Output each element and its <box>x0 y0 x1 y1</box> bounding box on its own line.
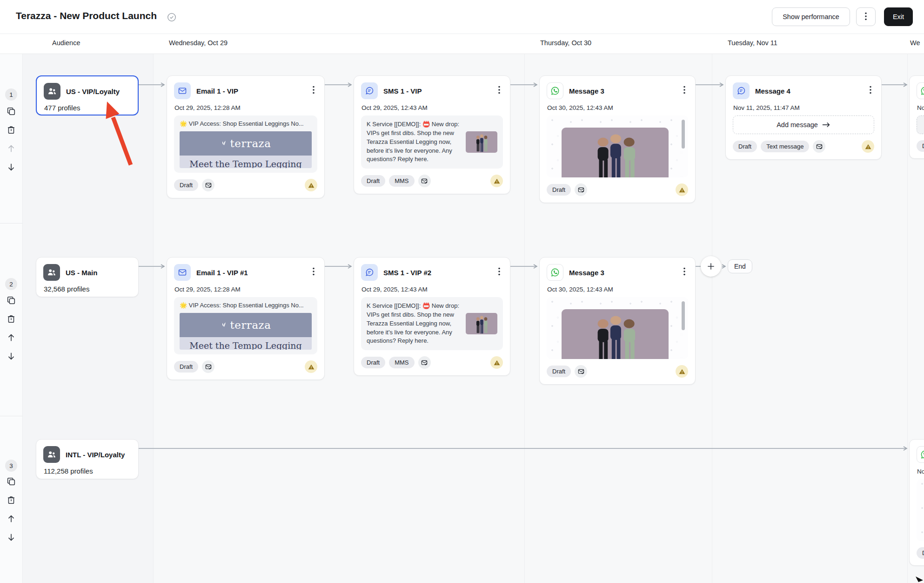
message-card-whatsapp-message-3-row2[interactable]: Message 3 Oct 30, 2025, 12:43 AM Draft <box>539 257 696 385</box>
card-timestamp: No <box>917 104 924 111</box>
envelope-check-icon <box>418 356 431 369</box>
card-timestamp: Nov 11, 2025, 11:47 AM <box>733 104 874 111</box>
add-message-button[interactable] <box>917 115 924 134</box>
message-card-sms-1-vip[interactable]: SMS 1 - VIP Oct 29, 2025, 12:43 AM K Ser… <box>354 75 510 194</box>
delete-row-button[interactable] <box>3 314 20 324</box>
sms-message-text: K Service [[DEMO]]: 📛 New drop: VIPs get… <box>367 302 461 346</box>
column-divider <box>712 34 712 583</box>
message-card-message-4[interactable]: Message 4 Nov 11, 2025, 11:47 AM Add mes… <box>725 75 882 160</box>
column-header-tuesday: Tuesday, Nov 11 <box>728 39 777 47</box>
terraza-leaf-logo-icon <box>221 320 227 330</box>
message-card-partial-right-row3[interactable]: No D <box>909 439 924 566</box>
message-card-email-1-vip[interactable]: Email 1 - VIP Oct 29, 2025, 12:28 AM 🌟 V… <box>167 75 325 198</box>
campaign-flow-builder: Terazza - New Product Launch Show perfor… <box>0 0 924 583</box>
audience-card-us-main[interactable]: US - Main 32,568 profiles <box>36 257 139 297</box>
sms-icon <box>733 82 750 99</box>
whatsapp-image-thumbnail <box>562 128 669 177</box>
more-options-button[interactable] <box>856 7 876 26</box>
column-header-strip <box>0 34 924 54</box>
show-performance-button[interactable]: Show performance <box>772 7 850 26</box>
add-message-button[interactable]: Add message <box>733 115 874 134</box>
card-title: Email 1 - VIP <box>196 87 304 95</box>
status-badge: Draft <box>361 357 385 368</box>
duplicate-row-button[interactable] <box>3 295 20 305</box>
sms-mms-thumbnail <box>466 313 497 334</box>
whatsapp-icon <box>547 82 563 99</box>
status-badge: Draft <box>174 361 198 373</box>
kebab-icon <box>865 12 867 22</box>
duplicate-row-button[interactable] <box>3 476 20 487</box>
add-step-button[interactable] <box>701 256 721 277</box>
sms-preview: K Service [[DEMO]]: 📛 New drop: VIPs get… <box>361 115 503 169</box>
move-row-down-button[interactable] <box>3 351 20 361</box>
card-timestamp: Oct 30, 2025, 12:43 AM <box>547 104 688 111</box>
email-subject: 🌟 VIP Access: Shop Essential Leggings No… <box>180 302 312 309</box>
card-menu-kebab-icon[interactable] <box>681 267 688 278</box>
audience-name: US - VIP/Loyalty <box>66 88 131 95</box>
message-card-email-1-vip-1[interactable]: Email 1 - VIP #1 Oct 29, 2025, 12:28 AM … <box>167 257 325 380</box>
flow-end-node: End <box>728 259 752 273</box>
column-header-thursday: Thursday, Oct 30 <box>540 39 591 47</box>
warning-icon <box>490 356 503 369</box>
sms-icon <box>361 82 378 99</box>
preview-scrollbar[interactable] <box>682 120 685 149</box>
card-menu-kebab-icon[interactable] <box>495 86 503 96</box>
email-thumbnail: terraza Meet the Tempo Legging <box>180 131 312 168</box>
envelope-check-icon <box>418 175 431 187</box>
move-row-up-button[interactable] <box>3 514 20 524</box>
card-menu-kebab-icon[interactable] <box>495 267 503 278</box>
message-type-badge: Text message <box>761 141 809 152</box>
status-badge: Draft <box>547 184 571 196</box>
whatsapp-preview <box>917 479 924 541</box>
message-type-badge: MMS <box>389 175 414 187</box>
whatsapp-preview <box>547 115 688 177</box>
email-thumbnail: terraza Meet the Tempo Legging <box>180 313 312 350</box>
card-timestamp: Oct 29, 2025, 12:43 AM <box>362 286 502 293</box>
envelope-check-icon <box>813 140 825 153</box>
card-menu-kebab-icon[interactable] <box>310 86 317 96</box>
email-hero-headline: Meet the Tempo Legging <box>189 340 302 350</box>
move-row-down-button[interactable] <box>3 532 20 542</box>
card-timestamp: Oct 29, 2025, 12:43 AM <box>362 104 502 111</box>
audience-people-icon <box>43 446 60 463</box>
delete-row-button[interactable] <box>3 125 20 135</box>
email-icon <box>174 264 191 281</box>
check-circle-icon <box>167 12 177 22</box>
sms-icon <box>361 264 378 281</box>
warning-icon <box>490 175 503 187</box>
status-badge: Draft <box>733 141 757 152</box>
add-message-label: Add message <box>777 121 818 129</box>
column-header-wednesday: Wednesday, Oct 29 <box>169 39 228 47</box>
duplicate-row-button[interactable] <box>3 106 20 116</box>
card-timestamp: No <box>917 468 924 475</box>
audience-card-us-vip-loyalty[interactable]: US - VIP/Loyalty 477 profiles <box>36 75 139 115</box>
card-menu-kebab-icon[interactable] <box>681 86 688 96</box>
envelope-check-icon <box>202 179 214 191</box>
delete-row-button[interactable] <box>3 495 20 505</box>
move-row-up-button[interactable] <box>3 332 20 343</box>
move-row-down-button[interactable] <box>3 162 20 172</box>
email-preview: 🌟 VIP Access: Shop Essential Leggings No… <box>174 297 317 354</box>
terraza-leaf-logo-icon <box>221 139 227 148</box>
message-card-sms-1-vip-2[interactable]: SMS 1 - VIP #2 Oct 29, 2025, 12:43 AM K … <box>354 257 510 376</box>
status-badge: D <box>917 140 924 152</box>
audience-column-background <box>22 53 153 583</box>
warning-icon <box>676 183 688 196</box>
email-icon <box>174 82 191 99</box>
whatsapp-preview <box>547 297 688 359</box>
envelope-check-icon <box>202 360 214 373</box>
move-row-up-button[interactable] <box>3 143 20 154</box>
message-card-whatsapp-message-3[interactable]: Message 3 Oct 30, 2025, 12:43 AM Draft <box>539 75 696 203</box>
column-header-next-partial: We <box>910 39 920 47</box>
email-hero-headline: Meet the Tempo Legging <box>189 159 302 168</box>
message-card-partial-right[interactable]: No D <box>909 75 924 159</box>
card-menu-kebab-icon[interactable] <box>867 86 874 96</box>
exit-button[interactable]: Exit <box>884 7 913 26</box>
card-menu-kebab-icon[interactable] <box>310 267 317 278</box>
message-type-badge: MMS <box>389 357 414 368</box>
email-subject: 🌟 VIP Access: Shop Essential Leggings No… <box>180 120 312 127</box>
envelope-check-icon <box>575 365 587 378</box>
audience-card-intl-vip-loyalty[interactable]: INTL - VIP/Loyalty 112,258 profiles <box>36 439 139 479</box>
preview-scrollbar[interactable] <box>682 301 685 330</box>
status-badge: Draft <box>174 179 198 191</box>
